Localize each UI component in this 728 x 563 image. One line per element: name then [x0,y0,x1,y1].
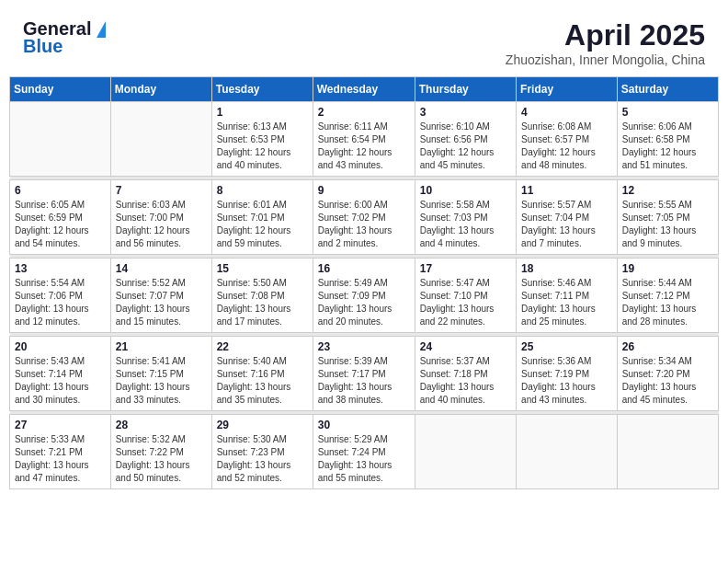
cell-content: Sunrise: 6:08 AM Sunset: 6:57 PM Dayligh… [521,121,612,172]
cell-content: Sunrise: 5:29 AM Sunset: 7:24 PM Dayligh… [318,433,410,485]
calendar-cell: 12Sunrise: 5:55 AM Sunset: 7:05 PM Dayli… [617,180,718,255]
day-number: 25 [521,340,612,353]
cell-content: Sunrise: 5:46 AM Sunset: 7:11 PM Dayligh… [521,277,612,328]
weekday-header-wednesday: Wednesday [313,77,415,102]
cell-content: Sunrise: 5:47 AM Sunset: 7:10 PM Dayligh… [420,277,511,328]
calendar-cell: 18Sunrise: 5:46 AM Sunset: 7:11 PM Dayli… [517,259,618,333]
cell-content: Sunrise: 6:05 AM Sunset: 6:59 PM Dayligh… [15,199,106,250]
cell-content: Sunrise: 5:54 AM Sunset: 7:06 PM Dayligh… [15,277,106,328]
calendar-cell: 9Sunrise: 6:00 AM Sunset: 7:02 PM Daylig… [313,180,415,255]
calendar-cell [617,415,718,489]
day-number: 28 [116,419,207,431]
calendar-cell: 28Sunrise: 5:32 AM Sunset: 7:22 PM Dayli… [110,415,211,489]
calendar-cell: 29Sunrise: 5:30 AM Sunset: 7:23 PM Dayli… [211,415,313,489]
day-number: 24 [420,340,511,353]
cell-content: Sunrise: 5:34 AM Sunset: 7:20 PM Dayligh… [622,355,713,407]
calendar-cell: 1Sunrise: 6:13 AM Sunset: 6:53 PM Daylig… [211,102,313,177]
cell-content: Sunrise: 6:13 AM Sunset: 6:53 PM Dayligh… [217,121,308,172]
logo: General Blue [23,18,106,57]
calendar-cell: 19Sunrise: 5:44 AM Sunset: 7:12 PM Dayli… [617,259,718,333]
calendar-cell: 7Sunrise: 6:03 AM Sunset: 7:00 PM Daylig… [110,180,211,255]
day-number: 30 [318,419,410,431]
cell-content: Sunrise: 5:57 AM Sunset: 7:04 PM Dayligh… [521,199,612,250]
calendar-cell: 16Sunrise: 5:49 AM Sunset: 7:09 PM Dayli… [313,259,415,333]
calendar-cell [415,415,516,489]
day-number: 1 [217,106,308,119]
calendar-week-row: 20Sunrise: 5:43 AM Sunset: 7:14 PM Dayli… [10,337,719,411]
day-number: 9 [318,184,410,197]
day-number: 3 [420,106,511,119]
day-number: 15 [217,262,308,275]
day-number: 8 [217,184,308,197]
day-number: 20 [15,340,106,353]
day-number: 4 [521,106,612,119]
calendar-cell: 8Sunrise: 6:01 AM Sunset: 7:01 PM Daylig… [211,180,313,255]
calendar-cell: 20Sunrise: 5:43 AM Sunset: 7:14 PM Dayli… [10,337,111,411]
calendar-week-row: 6Sunrise: 6:05 AM Sunset: 6:59 PM Daylig… [10,180,719,255]
cell-content: Sunrise: 5:32 AM Sunset: 7:22 PM Dayligh… [116,433,207,485]
calendar-cell: 14Sunrise: 5:52 AM Sunset: 7:07 PM Dayli… [110,259,211,333]
cell-content: Sunrise: 6:06 AM Sunset: 6:58 PM Dayligh… [622,121,713,172]
cell-content: Sunrise: 5:44 AM Sunset: 7:12 PM Dayligh… [622,277,713,328]
cell-content: Sunrise: 6:11 AM Sunset: 6:54 PM Dayligh… [318,121,410,172]
cell-content: Sunrise: 5:39 AM Sunset: 7:17 PM Dayligh… [318,355,410,407]
day-number: 22 [217,340,308,353]
cell-content: Sunrise: 5:49 AM Sunset: 7:09 PM Dayligh… [318,277,410,328]
cell-content: Sunrise: 5:36 AM Sunset: 7:19 PM Dayligh… [521,355,612,407]
calendar-cell: 30Sunrise: 5:29 AM Sunset: 7:24 PM Dayli… [313,415,415,489]
cell-content: Sunrise: 6:01 AM Sunset: 7:01 PM Dayligh… [217,199,308,250]
calendar-cell [110,102,211,177]
weekday-header-saturday: Saturday [617,77,718,102]
calendar-cell [10,102,111,177]
cell-content: Sunrise: 6:10 AM Sunset: 6:56 PM Dayligh… [420,121,511,172]
day-number: 10 [420,184,511,197]
day-number: 13 [15,262,106,275]
calendar-cell: 10Sunrise: 5:58 AM Sunset: 7:03 PM Dayli… [415,180,516,255]
weekday-header-tuesday: Tuesday [211,77,313,102]
calendar-cell: 23Sunrise: 5:39 AM Sunset: 7:17 PM Dayli… [313,337,415,411]
weekday-header-thursday: Thursday [415,77,516,102]
cell-content: Sunrise: 6:00 AM Sunset: 7:02 PM Dayligh… [318,199,410,250]
day-number: 2 [318,106,410,119]
day-number: 29 [217,419,308,431]
calendar-cell: 2Sunrise: 6:11 AM Sunset: 6:54 PM Daylig… [313,102,415,177]
calendar-cell [517,415,618,489]
calendar-cell: 4Sunrise: 6:08 AM Sunset: 6:57 PM Daylig… [517,102,618,177]
cell-content: Sunrise: 5:52 AM Sunset: 7:07 PM Dayligh… [116,277,207,328]
day-number: 26 [622,340,713,353]
calendar-cell: 27Sunrise: 5:33 AM Sunset: 7:21 PM Dayli… [10,415,111,489]
day-number: 11 [521,184,612,197]
day-number: 16 [318,262,410,275]
day-number: 19 [622,262,713,275]
day-number: 12 [622,184,713,197]
calendar-cell: 13Sunrise: 5:54 AM Sunset: 7:06 PM Dayli… [10,259,111,333]
day-number: 18 [521,262,612,275]
cell-content: Sunrise: 5:41 AM Sunset: 7:15 PM Dayligh… [116,355,207,407]
cell-content: Sunrise: 5:50 AM Sunset: 7:08 PM Dayligh… [217,277,308,328]
calendar-cell: 17Sunrise: 5:47 AM Sunset: 7:10 PM Dayli… [415,259,516,333]
day-number: 5 [622,106,713,119]
calendar-week-row: 27Sunrise: 5:33 AM Sunset: 7:21 PM Dayli… [10,415,719,489]
weekday-header-friday: Friday [517,77,618,102]
calendar-cell: 21Sunrise: 5:41 AM Sunset: 7:15 PM Dayli… [110,337,211,411]
location-title: Zhuozishan, Inner Mongolia, China [506,52,705,67]
cell-content: Sunrise: 6:03 AM Sunset: 7:00 PM Dayligh… [116,199,207,250]
logo-blue-text: Blue [23,36,63,57]
calendar-cell: 26Sunrise: 5:34 AM Sunset: 7:20 PM Dayli… [617,337,718,411]
day-number: 6 [15,184,106,197]
day-number: 7 [116,184,207,197]
calendar-table: SundayMondayTuesdayWednesdayThursdayFrid… [9,76,719,489]
day-number: 17 [420,262,511,275]
calendar-cell: 5Sunrise: 6:06 AM Sunset: 6:58 PM Daylig… [617,102,718,177]
cell-content: Sunrise: 5:55 AM Sunset: 7:05 PM Dayligh… [622,199,713,250]
cell-content: Sunrise: 5:43 AM Sunset: 7:14 PM Dayligh… [15,355,106,407]
day-number: 23 [318,340,410,353]
cell-content: Sunrise: 5:37 AM Sunset: 7:18 PM Dayligh… [420,355,511,407]
calendar-week-row: 13Sunrise: 5:54 AM Sunset: 7:06 PM Dayli… [10,259,719,333]
cell-content: Sunrise: 5:58 AM Sunset: 7:03 PM Dayligh… [420,199,511,250]
day-number: 27 [15,419,106,431]
cell-content: Sunrise: 5:33 AM Sunset: 7:21 PM Dayligh… [15,433,106,485]
title-section: April 2025 Zhuozishan, Inner Mongolia, C… [506,18,705,67]
weekday-header-sunday: Sunday [10,77,111,102]
calendar-cell: 22Sunrise: 5:40 AM Sunset: 7:16 PM Dayli… [211,337,313,411]
